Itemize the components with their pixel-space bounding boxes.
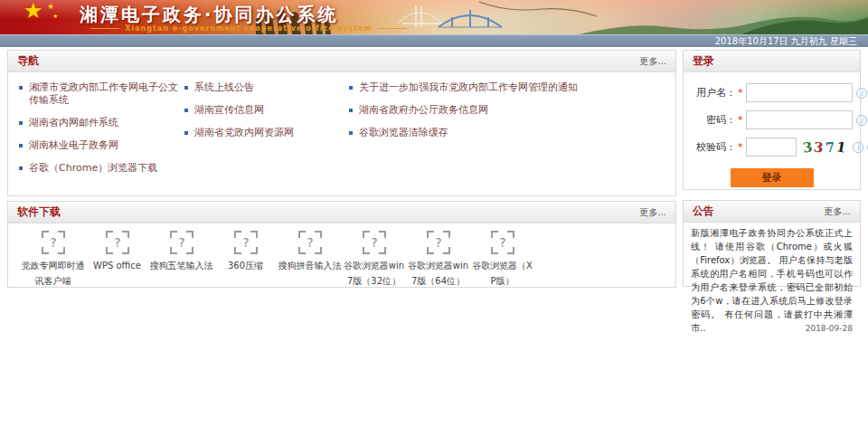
bullet-icon [19, 144, 23, 147]
software-more-link[interactable]: 更多... [639, 206, 666, 219]
svg-text:?: ? [114, 235, 120, 250]
password-input[interactable] [746, 110, 853, 129]
nav-panel-header: 导航 更多... [8, 51, 675, 72]
broken-image-icon: ? [106, 231, 129, 254]
nav-link[interactable]: 湖南省政府办公厅政务信息网 [349, 104, 675, 117]
captcha-image[interactable]: 3371 [800, 139, 849, 156]
captcha-label: 校验码： [689, 140, 736, 154]
required-mark: * [738, 141, 744, 153]
software-item[interactable]: ? 谷歌浏览器win7版（64位） [406, 231, 470, 289]
nav-link[interactable]: 谷歌（Chrome）浏览器下载 [19, 162, 184, 175]
login-button[interactable]: 登录 [731, 168, 814, 187]
captcha-digit: 3 [814, 138, 825, 156]
notice-body: 新版湘潭电子政务协同办公系统正式上线！ 请使用谷歌（Chrome）或火狐（Fir… [684, 223, 860, 335]
nav-link[interactable]: 系统上线公告 [184, 81, 349, 94]
broken-image-icon: ? [491, 231, 514, 254]
flag-star-icon: ★ [24, 0, 43, 24]
date-bar: 2018年10月17日 九月初九 星期三 [0, 34, 868, 47]
login-panel: 登录 用户名： * i 密码： * i 校验码： * [683, 50, 861, 190]
nav-link[interactable]: 谷歌浏览器清除缓存 [349, 127, 675, 139]
notice-panel-header: 公告 更多... [684, 201, 860, 223]
nav-link-label: 湖南省政府办公厅政务信息网 [359, 104, 488, 117]
software-item[interactable]: ? 谷歌浏览器win7版（32位） [342, 231, 406, 289]
broken-image-icon: ? [234, 231, 258, 254]
main-content: 导航 更多... 湘潭市党政内部工作专网电子公文传输系统湖南省内网邮件系统湖南林… [0, 47, 868, 288]
bullet-icon [184, 86, 188, 90]
nav-column: 关于进一步加强我市党政内部工作专网管理的通知湖南省政府办公厅政务信息网谷歌浏览器… [349, 81, 675, 185]
software-item-label: WPS office [93, 258, 141, 273]
software-item-label: 党政专网即时通讯客户端 [21, 258, 85, 289]
software-item-label: 搜狗拼音输入法 [278, 258, 342, 273]
nav-more-link[interactable]: 更多... [639, 55, 666, 68]
nav-link-label: 湖南林业电子政务网 [29, 139, 118, 152]
subtitle-line [90, 28, 119, 29]
captcha-row: 校验码： * 3371 i i [689, 138, 854, 157]
right-column: 登录 用户名： * i 密码： * i 校验码： * [683, 50, 861, 287]
nav-link[interactable]: 湖南省内网邮件系统 [19, 117, 184, 129]
bullet-icon [184, 109, 188, 112]
bullet-icon [349, 109, 353, 112]
software-items-area: ? 党政专网即时通讯客户端 ? WPS office ? 搜狗五笔输入法 ? 3… [8, 223, 675, 289]
nav-link-label: 湖南省党政内网资源网 [194, 127, 294, 139]
captcha-digit: 3 [802, 138, 814, 156]
captcha-input[interactable] [746, 138, 797, 157]
notice-panel: 公告 更多... 新版湘潭电子政务协同办公系统正式上线！ 请使用谷歌（Chrom… [683, 200, 861, 287]
software-item-label: 360压缩 [228, 258, 263, 273]
software-item[interactable]: ? 谷歌浏览器（XP版） [470, 231, 534, 289]
password-info-icon[interactable]: i [856, 115, 867, 126]
site-title: 湘潭电子政务·协同办公系统 [80, 3, 339, 27]
svg-text:?: ? [50, 235, 56, 250]
software-item[interactable]: ? 搜狗五笔输入法 [149, 231, 213, 289]
broken-image-icon: ? [427, 231, 450, 254]
nav-column: 湘潭市党政内部工作专网电子公文传输系统湖南省内网邮件系统湖南林业电子政务网谷歌（… [19, 81, 184, 185]
captcha-digit: 1 [835, 138, 847, 157]
software-item[interactable]: ? 360压缩 [213, 231, 278, 289]
site-subtitle: Xiangtan e-government cooperative office… [125, 24, 372, 33]
software-item[interactable]: ? 搜狗拼音输入法 [278, 231, 342, 289]
username-input[interactable] [746, 83, 853, 102]
broken-image-icon: ? [298, 231, 322, 254]
required-mark: * [738, 114, 744, 126]
notice-panel-title: 公告 [693, 204, 714, 219]
nav-link[interactable]: 关于进一步加强我市党政内部工作专网管理的通知 [349, 81, 675, 94]
bullet-icon [19, 166, 23, 170]
svg-text:?: ? [371, 235, 377, 250]
svg-text:?: ? [499, 235, 505, 250]
nav-link[interactable]: 湖南林业电子政务网 [19, 139, 184, 152]
captcha-refresh-icon[interactable]: i [853, 142, 863, 153]
bullet-icon [19, 121, 23, 125]
software-item-label: 谷歌浏览器（XP版） [470, 258, 534, 289]
software-panel-title: 软件下载 [17, 204, 61, 220]
login-button-row: 登录 [689, 168, 854, 187]
svg-text:?: ? [307, 235, 313, 250]
password-label: 密码： [689, 113, 736, 127]
nav-link[interactable]: 湖南宣传信息网 [184, 104, 349, 117]
software-item[interactable]: ? WPS office [85, 231, 149, 289]
nav-link-label: 系统上线公告 [194, 81, 254, 94]
login-form: 用户名： * i 密码： * i 校验码： * 3371 i [684, 72, 860, 187]
nav-link[interactable]: 湘潭市党政内部工作专网电子公文传输系统 [19, 81, 184, 107]
broken-image-icon: ? [42, 231, 65, 254]
software-panel: 软件下载 更多... ? 党政专网即时通讯客户端 ? WPS office ? … [7, 201, 676, 288]
bullet-icon [19, 86, 23, 90]
software-item-label: 谷歌浏览器win7版（32位） [342, 258, 406, 289]
software-panel-header: 软件下载 更多... [8, 202, 675, 223]
login-panel-title: 登录 [693, 53, 714, 69]
left-column: 导航 更多... 湘潭市党政内部工作专网电子公文传输系统湖南省内网邮件系统湖南林… [7, 50, 676, 288]
notice-more-link[interactable]: 更多... [824, 205, 851, 218]
username-info-icon[interactable]: i [856, 88, 867, 99]
captcha-digit: 7 [825, 138, 835, 156]
nav-link[interactable]: 湖南省党政内网资源网 [184, 127, 349, 139]
notice-date: 2018-09-28 [806, 322, 853, 336]
nav-links-area: 湘潭市党政内部工作专网电子公文传输系统湖南省内网邮件系统湖南林业电子政务网谷歌（… [8, 72, 675, 185]
svg-text:?: ? [435, 235, 441, 250]
password-row: 密码： * i [689, 110, 854, 129]
nav-panel-title: 导航 [17, 53, 39, 69]
login-panel-header: 登录 [684, 51, 860, 72]
bullet-icon [349, 131, 353, 135]
nav-column: 系统上线公告湖南宣传信息网湖南省党政内网资源网 [184, 81, 349, 185]
software-item[interactable]: ? 党政专网即时通讯客户端 [21, 231, 85, 289]
nav-link-label: 湖南宣传信息网 [194, 104, 264, 117]
software-item-label: 谷歌浏览器win7版（64位） [406, 258, 470, 289]
nav-link-label: 湖南省内网邮件系统 [29, 117, 118, 129]
